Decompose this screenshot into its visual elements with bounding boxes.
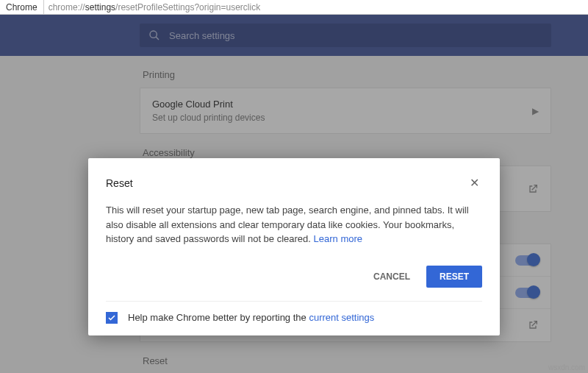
close-icon: ✕: [470, 177, 479, 189]
cancel-button[interactable]: CANCEL: [363, 266, 420, 288]
address-bar: Chrome chrome://settings/resetProfileSet…: [0, 0, 588, 15]
watermark: wsxdn.com: [548, 363, 585, 372]
dialog-footer: Help make Chrome better by reporting the…: [106, 301, 482, 324]
current-settings-link[interactable]: current settings: [309, 312, 374, 323]
url-path: /resetProfileSettings?origin=userclick: [115, 2, 260, 13]
address-url[interactable]: chrome://settings/resetProfileSettings?o…: [44, 2, 265, 13]
dialog-title: Reset: [106, 177, 133, 189]
url-host: settings: [85, 2, 115, 13]
help-checkbox[interactable]: [106, 312, 118, 324]
browser-label: Chrome: [0, 0, 44, 14]
dialog-body: This will reset your startup page, new t…: [106, 203, 482, 246]
learn-more-link[interactable]: Learn more: [314, 233, 362, 244]
reset-dialog: Reset ✕ This will reset your startup pag…: [88, 158, 500, 335]
close-button[interactable]: ✕: [467, 173, 482, 193]
settings-page: Search settings Printing Google Cloud Pr…: [0, 15, 588, 373]
url-scheme: chrome://: [49, 2, 85, 13]
reset-button[interactable]: RESET: [426, 266, 482, 288]
help-text: Help make Chrome better by reporting the…: [128, 312, 374, 323]
check-icon: [107, 313, 116, 322]
dialog-body-text: This will reset your startup page, new t…: [106, 205, 469, 244]
